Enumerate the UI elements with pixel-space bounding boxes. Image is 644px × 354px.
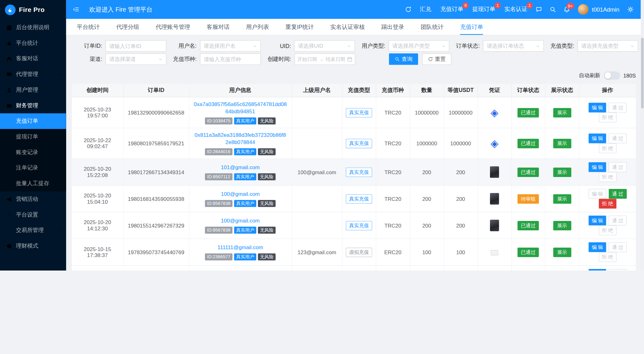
user-link[interactable]: 111111@gmail.com (217, 244, 263, 251)
vertical-scrollbar-thumb[interactable] (641, 38, 644, 108)
user-type-select-placeholder: 请选择用户类型 (392, 42, 430, 50)
date-range-picker[interactable]: 开始日期 → 结束日期 (295, 53, 355, 65)
search-icon[interactable] (550, 6, 556, 13)
coin-cell: TRC20 (376, 97, 410, 128)
tab-bar: 平台统计代理分组代理账号管理客服对话用户列表重复IP统计实名认证审核踢出登录团队… (66, 19, 644, 35)
user-link[interactable]: 101@gmail.com (221, 164, 259, 171)
voucher-cell (478, 239, 511, 266)
avatar[interactable] (578, 4, 588, 15)
sidebar-item-withdraw-orders[interactable]: 提现订单 (0, 129, 66, 145)
uid-select[interactable]: 请选择UID (294, 40, 355, 52)
username-select[interactable]: 请选择用户名 (200, 40, 261, 52)
approve-button: 通 过 (609, 216, 627, 225)
header-link-recharge-orders[interactable]: 充值订单9 (440, 6, 463, 13)
bell-icon[interactable]: 9+ (563, 6, 570, 13)
tab-duplicate-ip-stats[interactable]: 重复IP统计 (285, 19, 314, 35)
welcome-text: 欢迎进入 Fire 管理平台 (89, 6, 152, 13)
tab-agent-accounts[interactable]: 代理账号管理 (156, 19, 190, 35)
recharge-type-badge: 真实充值 (346, 139, 372, 148)
reset-button[interactable]: 重置 (422, 53, 451, 65)
user-link[interactable]: 0x811a3a82ea3188d3feb372320b86f82e8b0788… (193, 131, 287, 146)
tab-user-list[interactable]: 用户列表 (246, 19, 269, 35)
edit-button[interactable]: 编 辑 (588, 242, 606, 252)
tab-recharge-orders[interactable]: 充值订单 (460, 19, 483, 35)
risk-badge: 无风险 (258, 227, 275, 233)
refresh-icon[interactable] (405, 6, 412, 13)
voucher-thumbnail[interactable]: ◈ (491, 107, 498, 118)
sidebar-item-usage-guide[interactable]: 后台使用说明 (0, 20, 66, 35)
order-status-select[interactable]: 请选择订单状态 (483, 40, 544, 52)
tab-team-stats[interactable]: 团队统计 (421, 19, 444, 35)
chevron-down-icon (347, 44, 351, 48)
auto-refresh-toggle[interactable] (604, 72, 620, 80)
edit-button[interactable]: 编 辑 (588, 269, 606, 271)
recharge-type-select[interactable]: 请选择充值类型 (577, 40, 638, 52)
collapse-sidebar-icon[interactable] (73, 6, 79, 13)
approve-button[interactable]: 通 过 (609, 189, 627, 199)
order-id-input[interactable] (105, 40, 166, 52)
edit-button[interactable]: 编 辑 (588, 103, 606, 112)
username[interactable]: t001Admin (592, 6, 620, 13)
edit-button[interactable]: 编 辑 (588, 133, 606, 143)
voucher-thumbnail[interactable]: ◈ (491, 138, 498, 149)
user-type-select[interactable]: 请选择用户类型 (389, 40, 450, 52)
chevron-down-icon (536, 44, 540, 48)
brand-logo: Fire Pro (0, 0, 66, 20)
user-link[interactable]: 100@gmail.com (221, 217, 259, 225)
edit-button[interactable]: 编 辑 (588, 216, 606, 225)
sidebar-item-batch-manual-deposit[interactable]: 批量人工提存 (0, 176, 66, 191)
tab-kyc-review[interactable]: 实名认证审核 (330, 19, 365, 35)
orders-tbody: 2025-10-23 19:57:0019813290009906626580x… (72, 97, 636, 271)
service-icon (6, 56, 13, 62)
sidebar-item-wealth-mode[interactable]: 理财模式 (0, 238, 66, 254)
edit-button[interactable]: 编 辑 (588, 162, 606, 172)
sidebar-item-marketing-campaigns[interactable]: 营销活动 (0, 191, 66, 207)
voucher-thumbnail[interactable] (491, 250, 498, 255)
operations-cell: 编 辑通 过拒 绝 (579, 212, 636, 239)
sidebar-item-platform-settings[interactable]: 平台设置 (0, 207, 66, 223)
sidebar-item-agent-management[interactable]: 代理管理 (0, 67, 66, 82)
header-link-kyc[interactable]: 实名认证1 (504, 6, 527, 13)
user-icon (6, 87, 13, 93)
header-link-withdraw-orders[interactable]: 提现订单1 (472, 6, 495, 13)
sidebar-item-recharge-orders[interactable]: 充值订单 (0, 113, 66, 129)
voucher-thumbnail[interactable] (490, 166, 499, 178)
order-status-cell: 待审核 (511, 185, 545, 212)
sidebar-item-finance-management[interactable]: 财务管理 (0, 98, 66, 113)
chevron-down-icon (57, 72, 61, 77)
operations-cell: 编 辑通 过拒 绝 (579, 239, 636, 266)
tab-kick-logout[interactable]: 踢出登录 (381, 19, 404, 35)
tab-platform-stats[interactable]: 平台统计 (77, 19, 100, 35)
sidebar-item-exchange-management[interactable]: 交易所管理 (0, 223, 66, 238)
sidebar-item-platform-stats[interactable]: 平台统计 (0, 35, 66, 51)
agent-icon (6, 71, 13, 78)
tab-customer-service[interactable]: 客服对话 (207, 19, 230, 35)
sidebar-item-user-management[interactable]: 用户管理 (0, 82, 66, 98)
order-status-cell: 已通过 (511, 239, 545, 266)
user-link[interactable]: 100@gmail.com (221, 190, 259, 198)
operations-cell: 编 辑通 过拒 绝 (579, 128, 636, 159)
channel-select[interactable]: 请选择渠道 (105, 53, 166, 65)
recharge-type-cell: 真实充值 (342, 266, 376, 271)
sidebar-item-bet-records[interactable]: 注单记录 (0, 160, 66, 176)
created-time-cell: 2025-10-15 17:38:37 (72, 239, 123, 266)
sidebar-item-customer-service[interactable]: 客服对话 (0, 51, 66, 67)
voucher-thumbnail[interactable] (490, 220, 499, 231)
header-link-exchange[interactable]: 汇兑 (420, 6, 431, 13)
gear-icon[interactable] (627, 6, 634, 13)
reject-button[interactable]: 拒 绝 (599, 199, 616, 208)
sidebar-item-account-change-records[interactable]: 账变记录 (0, 145, 66, 160)
filter-label-order-id: 订单ID: (72, 42, 105, 50)
user-link[interactable]: 0xa7a03857f56a65c62685474781dd0864bdb948… (193, 101, 287, 115)
search-button[interactable]: 查询 (389, 53, 418, 65)
voucher-thumbnail[interactable] (490, 193, 499, 205)
order-status-badge: 已通过 (518, 108, 539, 117)
sidebar-item-label: 财务管理 (16, 102, 38, 110)
filter-label-recharge-type: 充值类型: (544, 42, 577, 50)
coin-input[interactable] (200, 53, 261, 65)
column-header: 订单ID (123, 84, 189, 97)
tab-agent-groups[interactable]: 代理分组 (116, 19, 139, 35)
chat-icon[interactable] (535, 6, 542, 13)
uid-select-placeholder: 请选择UID (298, 42, 323, 50)
filter-label-username: 用户名: (166, 42, 200, 50)
